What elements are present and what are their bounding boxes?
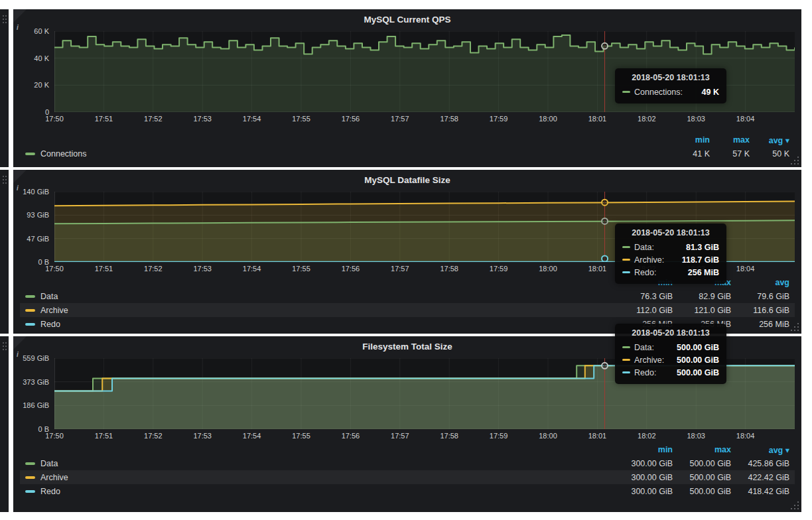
legend-value: 422.42 GiB — [731, 473, 789, 482]
legend-value: 121.0 GiB — [673, 306, 731, 315]
legend: minmaxavg ▾Connections41 K57 K50 K — [20, 133, 795, 161]
legend-col-header[interactable]: avg ▾ — [731, 445, 789, 455]
legend-series-dash-icon — [25, 476, 35, 479]
x-axis-label: 18:03 — [687, 265, 705, 273]
legend-series-dash-icon — [25, 490, 35, 493]
x-axis-label: 17:50 — [45, 432, 64, 440]
chart-row: 559 GiB373 GiB186 GiB0 B — [20, 358, 795, 429]
legend-col-header[interactable]: avg ▾ — [750, 135, 789, 145]
y-axis-label: 140 GiB — [23, 188, 49, 196]
x-axis-label: 18:03 — [687, 432, 705, 440]
panel-resize-handle[interactable] — [797, 330, 799, 331]
legend-col-header[interactable]: min — [670, 135, 710, 145]
x-axis-label: 17:54 — [243, 115, 261, 123]
x-axis-label: 17:56 — [342, 265, 360, 273]
panel-resize-handle[interactable] — [797, 163, 799, 164]
panel-info-corner[interactable]: i — [13, 9, 27, 23]
legend-header-row: minmaxavg ▾ — [20, 133, 795, 147]
y-axis-label: 40 K — [34, 54, 49, 62]
x-axis-label: 18:00 — [539, 265, 557, 273]
x-axis-label: 17:50 — [45, 265, 64, 273]
drag-grip-icon[interactable] — [3, 15, 4, 17]
legend-col-header[interactable]: max — [673, 445, 731, 454]
info-icon: i — [17, 351, 19, 358]
x-axis-label: 18:02 — [638, 432, 656, 440]
legend-row: Archive112.0 GiB121.0 GiB116.6 GiB — [20, 303, 795, 317]
panel-title[interactable]: MySQL Datafile Size — [20, 170, 795, 189]
legend-row: Data76.3 GiB82.9 GiB79.6 GiB — [20, 289, 795, 303]
legend-series-name: Archive — [40, 473, 68, 482]
legend-row: Redo256 MiB256 MiB256 MiB — [20, 317, 795, 331]
legend-value: 300.00 GiB — [614, 487, 673, 496]
legend-value: 116.6 GiB — [731, 306, 789, 315]
y-axis-label: 60 K — [34, 27, 49, 35]
plot-area[interactable] — [54, 192, 795, 262]
legend-value: 82.9 GiB — [673, 292, 731, 301]
plot-area[interactable] — [54, 358, 795, 429]
x-axis-label: 17:52 — [144, 432, 163, 440]
legend-series-name: Redo — [40, 487, 60, 496]
point-marker-icon — [602, 256, 608, 262]
info-icon: i — [17, 184, 19, 192]
legend-value: 256 MiB — [614, 320, 673, 329]
legend: minmaxavg ▾Data300.00 GiB500.00 GiB425.8… — [20, 443, 795, 498]
legend-col-header[interactable]: avg — [731, 278, 789, 287]
series-fill-redo — [54, 365, 795, 429]
plot-area[interactable] — [54, 31, 795, 112]
drag-grip-icon[interactable] — [3, 176, 4, 177]
legend-row: Connections41 K57 K50 K — [20, 147, 795, 161]
legend-series-toggle[interactable]: Connections — [25, 149, 670, 159]
y-axis: 60 K40 K20 K0 — [20, 31, 54, 112]
legend-value: 500.00 GiB — [673, 487, 731, 496]
legend-col-header[interactable]: max — [673, 278, 731, 287]
point-marker-icon — [602, 218, 608, 224]
legend-value: 41 K — [670, 149, 710, 159]
y-axis-label: 373 GiB — [23, 378, 49, 386]
legend-series-toggle[interactable]: Archive — [25, 473, 614, 482]
chart-canvas — [54, 192, 795, 262]
x-axis-label: 18:00 — [539, 115, 557, 123]
legend: minmaxavgData76.3 GiB82.9 GiB79.6 GiBArc… — [20, 276, 795, 331]
panel-title[interactable]: MySQL Current QPS — [20, 9, 795, 29]
x-axis-label: 17:55 — [292, 115, 310, 123]
x-axis-label: 18:01 — [588, 432, 607, 440]
panel-title[interactable]: Filesystem Total Size — [20, 336, 795, 356]
legend-series-toggle[interactable]: Data — [25, 459, 614, 468]
x-axis-label: 17:56 — [342, 432, 360, 440]
legend-col-header[interactable]: min — [614, 278, 673, 287]
chart-row: 140 GiB93 GiB47 GiB0 B — [20, 192, 795, 262]
panel-resize-handle[interactable] — [797, 508, 799, 509]
drag-grip-icon[interactable] — [3, 342, 4, 344]
legend-series-name: Redo — [40, 320, 60, 329]
x-axis-label: 18:02 — [638, 115, 656, 123]
x-axis-label: 17:58 — [440, 115, 458, 123]
panel-info-corner[interactable]: i — [13, 170, 27, 183]
x-axis-label: 17:51 — [95, 432, 113, 440]
y-axis: 559 GiB373 GiB186 GiB0 B — [20, 358, 54, 429]
legend-value: 300.00 GiB — [614, 473, 673, 482]
legend-series-name: Archive — [40, 306, 68, 315]
y-axis-label: 93 GiB — [27, 211, 49, 219]
legend-series-name: Connections — [40, 149, 87, 159]
y-axis-label: 20 K — [34, 81, 49, 89]
legend-value: 425.86 GiB — [731, 459, 789, 468]
adjacent-panel-edge — [0, 9, 9, 167]
x-axis-label: 17:54 — [243, 432, 261, 440]
x-axis-label: 17:59 — [490, 265, 508, 273]
legend-series-toggle[interactable]: Archive — [25, 306, 614, 315]
x-axis: 17:5017:5117:5217:5317:5417:5517:5617:57… — [54, 112, 795, 124]
legend-series-dash-icon — [25, 462, 35, 465]
legend-series-toggle[interactable]: Redo — [25, 487, 614, 496]
panel-mysql-current-qps: i MySQL Current QPS 60 K40 K20 K0 17:501… — [13, 9, 801, 167]
legend-series-toggle[interactable]: Redo — [25, 320, 614, 329]
x-axis-label: 17:55 — [292, 265, 310, 273]
legend-col-header[interactable]: min — [614, 445, 673, 454]
legend-value: 112.0 GiB — [614, 306, 673, 315]
legend-series-toggle[interactable]: Data — [25, 292, 614, 301]
x-axis-label: 17:57 — [391, 432, 409, 440]
x-axis-label: 17:56 — [342, 115, 360, 123]
legend-col-header[interactable]: max — [710, 135, 750, 145]
series-fill-connections — [54, 35, 795, 112]
adjacent-panel-edge — [0, 336, 9, 512]
panel-info-corner[interactable]: i — [13, 336, 27, 350]
